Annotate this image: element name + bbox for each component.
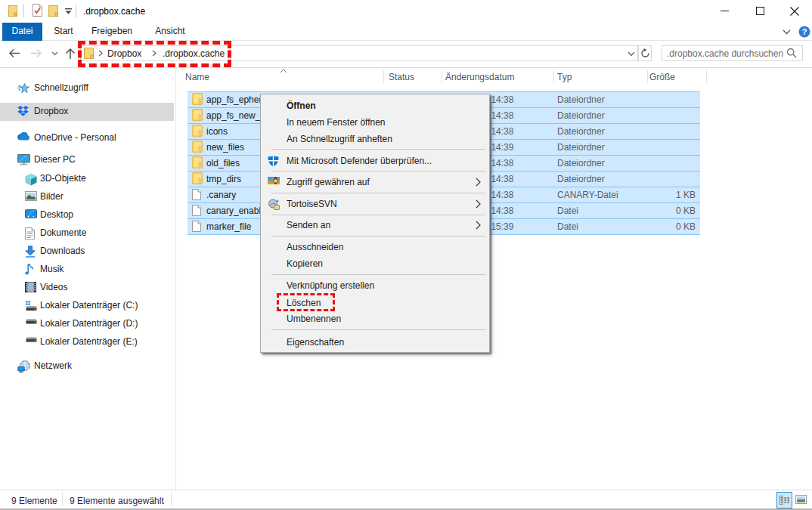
- svg-text:?: ?: [802, 27, 807, 36]
